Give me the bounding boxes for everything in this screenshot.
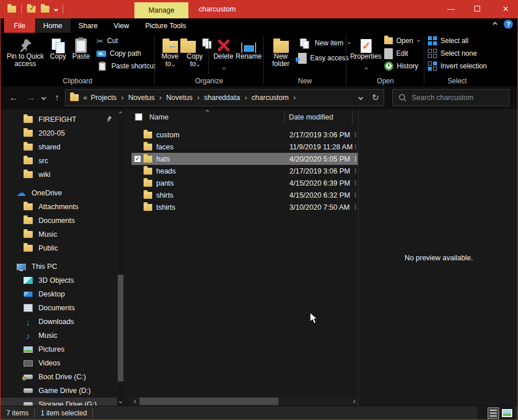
- paste-button[interactable]: Paste: [69, 34, 92, 60]
- edit-button[interactable]: Edit: [384, 48, 420, 59]
- sidebar-item[interactable]: Attachments: [1, 200, 117, 214]
- back-button[interactable]: ←: [6, 86, 21, 109]
- scrollbar-thumb[interactable]: [118, 275, 123, 382]
- qat-customize-chevron-icon[interactable]: [54, 7, 58, 11]
- copy-to-button[interactable]: Copy to: [183, 34, 206, 68]
- scroll-right-icon[interactable]: [350, 397, 358, 406]
- crumb-separator[interactable]: ›: [243, 94, 248, 102]
- file-row[interactable]: ✓ hats 4/20/2020 5:05 PM: [132, 153, 358, 165]
- sidebar-item-label: Music: [38, 230, 57, 238]
- pin-to-quick-access-button[interactable]: Pin to Quick access: [5, 34, 45, 68]
- scroll-up-icon[interactable]: [117, 109, 124, 117]
- breadcrumb-item[interactable]: Novetus›: [163, 94, 200, 102]
- crumb-separator[interactable]: ›: [158, 94, 163, 102]
- file-row[interactable]: ✓ pants 4/15/2020 6:39 PM: [132, 177, 358, 189]
- ribbon-tab[interactable]: Home: [35, 18, 70, 33]
- new-folder-button[interactable]: New folder: [268, 34, 293, 68]
- cut-button[interactable]: ✂Cut: [96, 35, 156, 47]
- breadcrumb-item[interactable]: Novetus›: [125, 94, 163, 102]
- folder-icon[interactable]: [41, 6, 49, 13]
- ribbon-tab[interactable]: Picture Tools: [137, 18, 194, 33]
- refresh-icon[interactable]: ↻: [372, 93, 379, 103]
- history-button[interactable]: History: [384, 60, 420, 72]
- sidebar-item[interactable]: Public: [1, 241, 117, 255]
- folder-check-icon[interactable]: ✓: [27, 6, 36, 13]
- sidebar-item[interactable]: Music: [1, 228, 117, 241]
- sidebar-item[interactable]: Game Drive (D:): [1, 384, 117, 398]
- scroll-down-icon[interactable]: [117, 398, 124, 406]
- invert-selection-button[interactable]: Invert selection: [428, 60, 487, 72]
- folder-icon[interactable]: [7, 6, 16, 13]
- sidebar-section-onedrive[interactable]: OneDrive: [1, 186, 117, 200]
- file-row[interactable]: ✓ heads 2/17/2019 3:06 PM: [132, 165, 358, 177]
- sidebar-section-this-pc[interactable]: This PC: [1, 260, 117, 273]
- breadcrumb-item[interactable]: Projects›: [87, 94, 125, 102]
- rename-button[interactable]: Rename: [235, 34, 262, 60]
- close-button[interactable]: ✕: [493, 0, 518, 17]
- sidebar-item[interactable]: Desktop: [1, 287, 117, 301]
- open-folder-icon: [384, 37, 393, 44]
- sidebar-item[interactable]: Videos: [1, 356, 117, 370]
- copy-button[interactable]: Copy: [48, 34, 68, 60]
- sidebar-item[interactable]: Documents: [1, 301, 117, 315]
- collapse-ribbon-icon[interactable]: [493, 22, 497, 26]
- crumb-separator[interactable]: ›: [292, 94, 297, 102]
- horizontal-scrollbar[interactable]: [132, 397, 358, 406]
- sidebar-item[interactable]: Downloads: [1, 315, 117, 329]
- ribbon-tab[interactable]: File: [4, 18, 35, 33]
- file-row[interactable]: ✓ shirts 4/15/2020 6:32 PM: [132, 189, 358, 201]
- details-view-button[interactable]: [488, 407, 499, 419]
- move-to-button[interactable]: ← Move to: [159, 34, 181, 68]
- sidebar-item[interactable]: Music: [1, 329, 117, 342]
- sidebar-scrollbar[interactable]: [117, 109, 124, 406]
- breadcrumb-item[interactable]: shareddata›: [200, 94, 248, 102]
- help-icon[interactable]: ?: [504, 20, 513, 29]
- maximize-button[interactable]: [464, 0, 490, 17]
- file-row[interactable]: ✓ custom 2/17/2019 3:06 PM: [132, 129, 358, 141]
- folder-icon: [24, 144, 33, 151]
- breadcrumb-root[interactable]: «: [83, 94, 87, 102]
- column-divider[interactable]: [284, 111, 285, 124]
- column-divider[interactable]: [352, 111, 353, 124]
- crumb-separator[interactable]: ›: [120, 94, 125, 102]
- select-none-button[interactable]: Select none: [428, 48, 487, 59]
- recent-locations-chevron[interactable]: [38, 86, 49, 109]
- properties-button[interactable]: ✓ Properties: [350, 34, 382, 71]
- select-all-button[interactable]: Select all: [428, 35, 487, 47]
- select-all-checkbox[interactable]: [135, 113, 142, 121]
- group-label: Clipboard: [1, 77, 154, 85]
- address-bar[interactable]: « Projects›Novetus›Novetus›shareddata›ch…: [65, 89, 384, 106]
- sidebar-item[interactable]: Documents: [1, 214, 117, 228]
- crumb-separator[interactable]: ›: [196, 94, 200, 102]
- sidebar-item[interactable]: Storage Drive (G:): [1, 398, 117, 406]
- sidebar-item[interactable]: FIREFIGHT: [1, 113, 117, 126]
- file-row[interactable]: ✓ tshirts 3/10/2020 7:50 AM: [132, 201, 358, 213]
- breadcrumb-item[interactable]: charcustom›: [248, 94, 297, 102]
- open-button[interactable]: Open: [384, 35, 420, 47]
- sidebar-item[interactable]: wiki: [1, 168, 117, 182]
- column-header-date-modified[interactable]: Date modified: [289, 109, 333, 125]
- file-row[interactable]: ✓ faces 11/9/2019 11:28 AM: [132, 141, 358, 153]
- scroll-left-icon[interactable]: [132, 397, 140, 406]
- ribbon-tab[interactable]: View: [106, 18, 137, 33]
- sidebar-item[interactable]: Pictures: [1, 342, 117, 356]
- copy-path-button[interactable]: W..Copy path: [96, 48, 156, 59]
- sidebar-item[interactable]: Boot Drive (C:): [1, 370, 117, 384]
- sidebar-item[interactable]: src: [1, 154, 117, 168]
- up-button[interactable]: ↑: [50, 86, 64, 109]
- delete-button[interactable]: Delete: [211, 34, 236, 71]
- column-header-name[interactable]: Name: [149, 113, 168, 121]
- sidebar-item[interactable]: shared: [1, 140, 117, 154]
- manage-ribbon-tab[interactable]: Manage: [134, 2, 188, 18]
- paste-shortcut-button[interactable]: Paste shortcut: [96, 60, 156, 72]
- scrollbar-thumb[interactable]: [140, 398, 279, 405]
- forward-button[interactable]: →: [24, 86, 38, 109]
- ribbon-tab[interactable]: Share: [71, 18, 106, 33]
- sidebar-item[interactable]: 2020-05: [1, 126, 117, 140]
- search-box[interactable]: Search charcustom: [392, 89, 509, 106]
- address-dropdown-icon[interactable]: [358, 95, 363, 100]
- row-checkbox[interactable]: ✓: [134, 155, 141, 163]
- thumbnail-view-button[interactable]: [501, 407, 513, 419]
- minimize-button[interactable]: —: [438, 0, 464, 17]
- sidebar-item[interactable]: 3D Objects: [1, 273, 117, 287]
